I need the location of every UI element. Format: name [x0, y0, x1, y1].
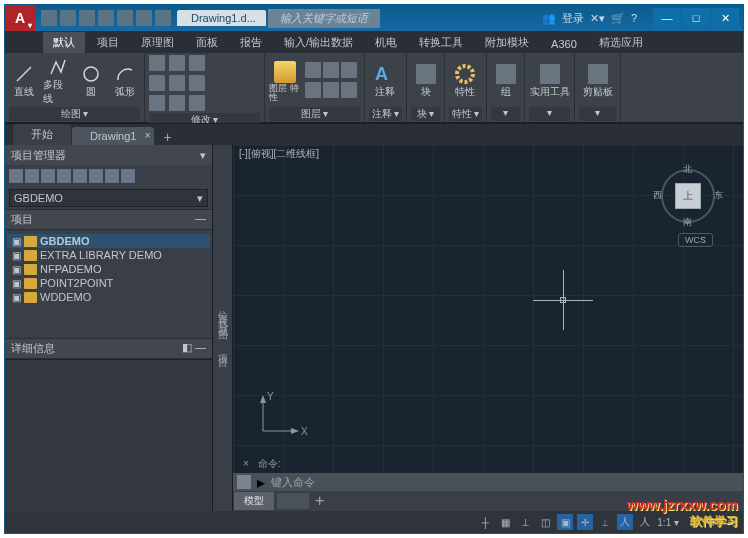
- tree-item[interactable]: ▣EXTRA LIBRARY DEMO: [7, 248, 210, 262]
- minimize-button[interactable]: —: [653, 8, 681, 28]
- layout1-tab[interactable]: [277, 493, 293, 509]
- new-doc-button[interactable]: +: [155, 129, 179, 145]
- polyline-button[interactable]: 多段线: [43, 57, 73, 106]
- zip-icon[interactable]: [105, 169, 119, 183]
- close-tab-icon[interactable]: ×: [145, 130, 151, 141]
- ribbon-tab-mech[interactable]: 机电: [365, 32, 407, 53]
- block-button[interactable]: 块: [411, 64, 440, 99]
- expand-icon[interactable]: ▣: [11, 236, 21, 247]
- sb-snap-icon[interactable]: ▦: [497, 514, 513, 530]
- annotate-button[interactable]: A注释: [369, 64, 401, 99]
- model-tab[interactable]: 模型: [234, 492, 274, 510]
- help-icon[interactable]: ?: [631, 12, 637, 24]
- utilities-button[interactable]: 实用工具: [529, 64, 570, 99]
- command-input[interactable]: 键入命令: [271, 475, 739, 490]
- sb-osnap-icon[interactable]: ▣: [557, 514, 573, 530]
- fillet-icon[interactable]: [189, 75, 205, 91]
- close-cmd-icon[interactable]: ×: [243, 458, 249, 469]
- copy-icon[interactable]: [149, 75, 165, 91]
- trim-icon[interactable]: [189, 55, 205, 71]
- help-project-icon[interactable]: [121, 169, 135, 183]
- app-menu-button[interactable]: A ▾: [5, 5, 35, 31]
- publish-icon[interactable]: [73, 169, 87, 183]
- ribbon-tab-schematic[interactable]: 原理图: [131, 32, 184, 53]
- saveas-icon[interactable]: [98, 10, 114, 26]
- undo-icon[interactable]: [136, 10, 152, 26]
- scale-icon[interactable]: [169, 95, 185, 111]
- tree-item[interactable]: ▣WDDEMO: [7, 290, 210, 304]
- layer-properties-button[interactable]: 图层 特性: [269, 61, 301, 102]
- viewport-controls[interactable]: [-][俯视][二维线框]: [239, 147, 319, 161]
- signin-label[interactable]: 登录: [562, 11, 584, 26]
- mirror-icon[interactable]: [169, 75, 185, 91]
- ribbon-tab-a360[interactable]: A360: [541, 35, 587, 53]
- expand-icon[interactable]: ▣: [11, 264, 21, 275]
- clipboard-button[interactable]: 剪贴板: [579, 64, 616, 99]
- ribbon-tab-project[interactable]: 项目: [87, 32, 129, 53]
- expand-icon[interactable]: ▣: [11, 250, 21, 261]
- title-document-tab[interactable]: Drawing1.d...: [177, 10, 266, 26]
- sb-otrack-icon[interactable]: ✛: [577, 514, 593, 530]
- tree-item[interactable]: ▣POINT2POINT: [7, 276, 210, 290]
- block-panel-title[interactable]: 块 ▾: [411, 107, 440, 121]
- wcs-badge[interactable]: WCS: [678, 233, 713, 247]
- ribbon-tab-featured[interactable]: 精选应用: [589, 32, 653, 53]
- cart-icon[interactable]: 🛒: [611, 12, 625, 25]
- layer-iso-icon[interactable]: [323, 82, 339, 98]
- stretch-icon[interactable]: [149, 95, 165, 111]
- new-project-icon[interactable]: [9, 169, 23, 183]
- refresh-icon[interactable]: [41, 169, 55, 183]
- layout2-tab[interactable]: [293, 493, 309, 509]
- open-project-icon[interactable]: [25, 169, 39, 183]
- plot-project-icon[interactable]: [89, 169, 103, 183]
- layer-lock-icon[interactable]: [341, 62, 357, 78]
- ribbon-tab-addons[interactable]: 附加模块: [475, 32, 539, 53]
- close-button[interactable]: ✕: [711, 8, 739, 28]
- expand-icon[interactable]: ▣: [11, 292, 21, 303]
- rotate-icon[interactable]: [169, 55, 185, 71]
- ribbon-tab-io[interactable]: 输入/输出数据: [274, 32, 363, 53]
- layers-panel-title[interactable]: 图层 ▾: [269, 107, 360, 121]
- add-layout-button[interactable]: +: [309, 492, 330, 510]
- sb-ortho-icon[interactable]: ⊥: [517, 514, 533, 530]
- tree-item[interactable]: ▣GBDEMO: [7, 234, 210, 248]
- layer-freeze-icon[interactable]: [323, 62, 339, 78]
- doc-tab-drawing1[interactable]: Drawing1×: [72, 127, 154, 145]
- exchange-icon[interactable]: ✕▾: [590, 12, 605, 25]
- ribbon-tab-convert[interactable]: 转换工具: [409, 32, 473, 53]
- tree-item[interactable]: ▣NFPADEMO: [7, 262, 210, 276]
- group-panel-title[interactable]: ▾: [491, 107, 520, 121]
- ribbon-tab-panel[interactable]: 面板: [186, 32, 228, 53]
- wizard-icon[interactable]: [57, 169, 71, 183]
- help-search-input[interactable]: 输入关键字或短语: [268, 9, 380, 28]
- view-cube[interactable]: 上 北 南 东 西: [657, 165, 719, 227]
- draw-panel-title[interactable]: 绘图 ▾: [9, 107, 140, 121]
- active-project-combo[interactable]: GBDEMO ▾: [9, 189, 208, 207]
- array-icon[interactable]: [189, 95, 205, 111]
- clip-panel-title[interactable]: ▾: [579, 107, 616, 121]
- drawing-canvas[interactable]: [-][俯视][二维线框] 上 北 南 东 西 WCS Y X × 命令:: [233, 145, 743, 511]
- sb-grid-icon[interactable]: ┼: [477, 514, 493, 530]
- redo-icon[interactable]: [155, 10, 171, 26]
- sb-polar-icon[interactable]: ◫: [537, 514, 553, 530]
- props-panel-title[interactable]: 特性 ▾: [449, 107, 482, 121]
- projects-section-header[interactable]: 项目—: [5, 209, 212, 230]
- line-button[interactable]: 直线: [9, 64, 39, 99]
- vertical-palette-bar[interactable]: 位置代号视图 项目: [213, 145, 233, 511]
- expand-icon[interactable]: ▣: [11, 278, 21, 289]
- ribbon-tab-report[interactable]: 报告: [230, 32, 272, 53]
- arc-button[interactable]: 弧形: [110, 64, 140, 99]
- layer-off-icon[interactable]: [305, 62, 321, 78]
- new-icon[interactable]: [41, 10, 57, 26]
- utils-panel-title[interactable]: ▾: [529, 107, 570, 121]
- ucs-icon[interactable]: Y X: [253, 391, 303, 441]
- doc-tab-start[interactable]: 开始: [13, 124, 71, 145]
- infocenter-icon[interactable]: 👥: [542, 12, 556, 25]
- layer-prev-icon[interactable]: [341, 82, 357, 98]
- save-icon[interactable]: [79, 10, 95, 26]
- plot-icon[interactable]: [117, 10, 133, 26]
- layer-match-icon[interactable]: [305, 82, 321, 98]
- open-icon[interactable]: [60, 10, 76, 26]
- group-button[interactable]: 组: [491, 64, 520, 99]
- properties-button[interactable]: 特性: [449, 64, 481, 99]
